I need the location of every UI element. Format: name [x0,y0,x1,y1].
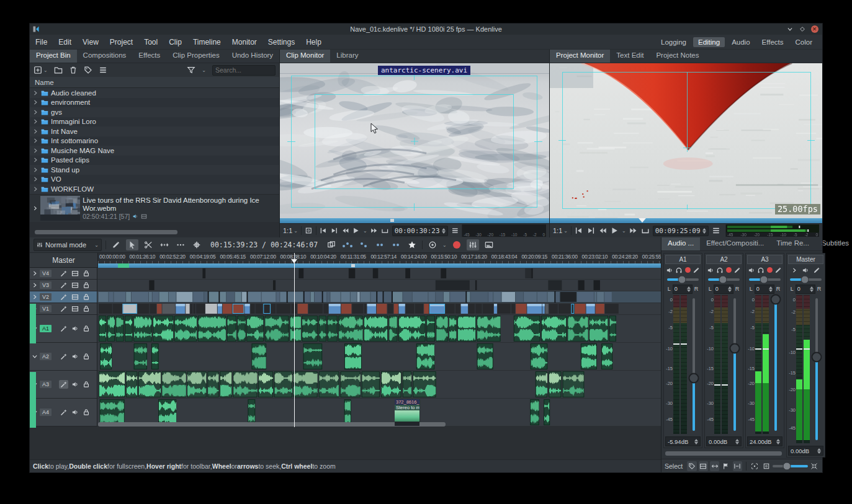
search-input[interactable] [212,65,276,76]
timeline-ruler[interactable]: 00:00:00:0000:01:26:1000:02:52:2000:04:1… [98,253,661,268]
track-audio-button[interactable] [70,408,79,417]
markers-button[interactable] [721,461,730,471]
insert-zone-button[interactable] [341,239,354,250]
render-preview-button[interactable] [426,239,439,250]
fader-knob[interactable] [771,294,781,304]
tab-clip-monitor[interactable]: Clip Monitor [280,50,330,63]
tags-button[interactable] [687,461,696,471]
track-lock-button[interactable] [81,324,91,333]
target-track-indicator[interactable] [30,304,36,343]
rewind-button[interactable] [598,226,607,235]
monitor-menu-button[interactable] [712,226,720,235]
mute-button[interactable] [707,267,714,274]
track-effects-button[interactable] [59,293,68,301]
balance-spinbox[interactable]: 0 [796,285,815,294]
track-header-a3[interactable]: A3 [30,371,97,399]
pan-knob[interactable] [760,275,768,283]
menu-view[interactable]: View [77,36,104,48]
pan-slider[interactable] [790,275,822,283]
close-button[interactable]: ✕ [810,25,818,33]
balance-spinbox[interactable]: 0 [755,285,774,294]
zone-out-button[interactable] [330,226,338,235]
zone-in-button[interactable] [320,226,328,235]
pan-slider[interactable] [708,275,740,283]
bin-folder-row[interactable]: Pasted clips [30,156,279,166]
playhead-handle[interactable] [291,259,297,263]
bin-folder-row[interactable]: Int sottomarino [30,136,279,146]
seek-marker[interactable] [390,219,394,222]
track-effects-button[interactable] [59,352,68,361]
track-video-button[interactable] [70,293,79,301]
track-audio-button[interactable] [70,380,79,389]
overwrite-zone-button[interactable] [357,239,370,250]
track-effects-button[interactable] [59,408,68,417]
bin-folder-row[interactable]: gvs [30,107,279,117]
tab-clip-properties[interactable]: Clip Properties [166,50,225,63]
zone-button[interactable] [641,226,650,235]
menu-timeline[interactable]: Timeline [187,36,226,48]
gain-spinbox[interactable]: 24.00dB [747,436,782,446]
zone-in-button[interactable] [575,226,583,235]
zoom-collapse-button[interactable] [810,461,819,471]
track-effects-button[interactable] [59,281,68,290]
edit-button[interactable] [693,267,700,274]
mixer-scrollbar[interactable] [665,451,782,456]
solo-button[interactable] [757,267,765,274]
bin-folder-row[interactable]: Int Nave [30,126,279,136]
track-name-badge[interactable]: A3 [40,381,52,388]
gain-spinbox[interactable]: 0.00dB [788,446,823,456]
track-lock-button[interactable] [81,293,91,301]
bin-folder-row[interactable]: Musiche MAG Nave [30,146,279,156]
tab-undo-history[interactable]: Undo History [226,50,279,63]
track-header-a2[interactable]: A2 [30,343,97,371]
tab-compositions[interactable]: Compositions [77,50,133,63]
insert-tool-button[interactable] [191,239,203,250]
track-header-v1[interactable]: V1 [30,303,97,315]
workspace-editing[interactable]: Editing [693,37,725,47]
record-monitor-button[interactable] [767,267,773,273]
tab-project-bin[interactable]: Project Bin [30,50,77,63]
track-header-v3[interactable]: V3 [30,280,97,291]
tab-subtitles[interactable]: Subtitles [815,237,852,250]
menu-edit[interactable]: Edit [53,36,77,48]
edit-button[interactable] [733,267,741,274]
track-effects-button[interactable] [59,380,68,389]
range-button[interactable] [733,461,742,471]
menu-settings[interactable]: Settings [262,36,300,48]
track-name-badge[interactable]: V3 [40,281,52,289]
tab-time-re-[interactable]: Time Re... [770,237,815,250]
balance-spinbox[interactable]: 0 [673,285,693,294]
clip-monitor-timecode[interactable]: 00:00:30:23 [392,226,448,236]
multicam-tool-button[interactable] [110,239,122,250]
menu-help[interactable]: Help [300,36,327,48]
monitor-menu-button[interactable] [451,226,459,235]
zoom-slider[interactable] [773,462,807,470]
track-header-a4[interactable]: A4 [30,399,97,427]
track-name-badge[interactable]: A1 [40,325,52,332]
bin-column-header[interactable]: Name [30,77,279,88]
tab-effects[interactable]: Effects [132,50,166,63]
tab-project-monitor[interactable]: Project Monitor [550,50,610,63]
menu-monitor[interactable]: Monitor [226,36,262,48]
track-name-badge[interactable]: V1 [40,305,52,312]
play-button[interactable] [610,226,619,235]
timeline-scrollbar[interactable] [98,422,446,427]
timeline-lanes[interactable]: 372_8616_D Stereo to m [97,268,661,429]
bin-folder-row[interactable]: environment [30,98,279,108]
bin-folder-row[interactable]: WORKFLOW [30,184,279,194]
bin-scrollbar[interactable] [35,230,177,234]
razor-tool-button[interactable] [142,239,155,250]
record-monitor-button[interactable] [685,267,691,273]
mute-button[interactable] [666,267,673,274]
favorite-effects-button[interactable] [406,239,418,250]
bin-menu-button[interactable] [99,66,107,74]
master-track-label[interactable]: Master [30,253,98,268]
tab-effect-compositi-[interactable]: Effect/Compositi... [700,237,770,250]
mix-clips-button[interactable] [325,239,338,250]
timeline-zone-bar[interactable] [98,263,661,268]
zone-frame-button[interactable] [305,226,313,235]
track-video-button[interactable] [70,304,79,313]
zoom-fit-button[interactable] [750,461,760,471]
mute-button[interactable] [802,267,809,274]
project-monitor-timecode[interactable]: 00:09:25:09 [653,226,709,236]
